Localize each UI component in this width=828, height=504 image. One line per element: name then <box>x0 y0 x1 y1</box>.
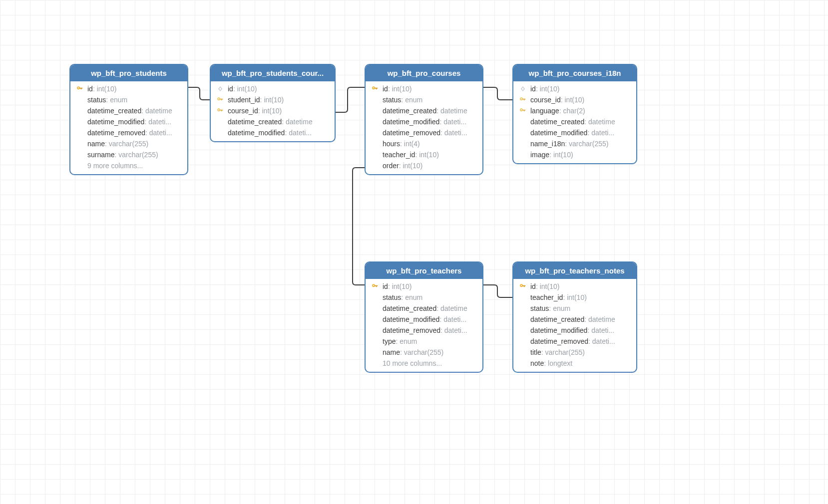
column-row[interactable]: note: longtext <box>513 358 636 369</box>
column-row[interactable]: datetime_created: datetime <box>211 116 335 127</box>
column-row[interactable]: student_id: int(10) <box>211 94 335 105</box>
more-columns-row[interactable]: 9 more columns... <box>70 160 187 171</box>
column-name: datetime_modified <box>383 315 439 323</box>
column-row[interactable]: datetime_modified: dateti... <box>211 127 335 138</box>
column-row[interactable]: datetime_created: datetime <box>513 314 636 325</box>
column-row[interactable]: name: varchar(255) <box>70 138 187 149</box>
column-name: id <box>530 85 536 93</box>
column-name: note <box>530 359 544 367</box>
table-teachers[interactable]: wp_bft_pro_teachers id: int(10)status: e… <box>365 261 483 373</box>
column-type: : dateti... <box>145 129 172 137</box>
column-type: : varchar(255) <box>541 348 585 356</box>
column-row[interactable]: datetime_modified: dateti... <box>70 116 187 127</box>
table-header[interactable]: wp_bft_pro_courses <box>366 65 482 81</box>
column-name: datetime_modified <box>530 326 587 334</box>
column-name: datetime_removed <box>383 129 440 137</box>
key-icon <box>216 96 225 103</box>
table-teachers_notes[interactable]: wp_bft_pro_teachers_notes id: int(10)tea… <box>512 261 637 373</box>
column-row[interactable]: surname: varchar(255) <box>70 149 187 160</box>
table-header[interactable]: wp_bft_pro_teachers_notes <box>513 262 636 279</box>
column-type: : dateti... <box>440 129 467 137</box>
table-courses_i18n[interactable]: wp_bft_pro_courses_i18n id: int(10) cour… <box>512 64 637 164</box>
column-row[interactable]: datetime_modified: dateti... <box>513 127 636 138</box>
column-row[interactable]: status: enum <box>70 94 187 105</box>
key-icon <box>75 85 84 92</box>
column-row[interactable]: datetime_created: datetime <box>70 105 187 116</box>
column-row[interactable]: datetime_removed: dateti... <box>366 127 482 138</box>
column-name: datetime_removed <box>530 337 588 345</box>
column-row[interactable]: name: varchar(255) <box>366 347 482 358</box>
column-row[interactable]: id: int(10) <box>70 83 187 94</box>
column-type: : longtext <box>544 359 572 367</box>
column-name: datetime_modified <box>383 118 439 126</box>
column-row[interactable]: course_id: int(10) <box>513 94 636 105</box>
column-type: : enum <box>401 96 422 104</box>
column-row[interactable]: id: int(10) <box>211 83 335 94</box>
column-type: : enum <box>549 304 570 312</box>
column-name: status <box>383 96 401 104</box>
column-type: : dateti... <box>439 315 466 323</box>
column-row[interactable]: datetime_created: datetime <box>366 105 482 116</box>
column-name: datetime_modified <box>228 129 285 137</box>
key-icon <box>371 283 380 290</box>
column-row[interactable]: teacher_id: int(10) <box>366 149 482 160</box>
table-header[interactable]: wp_bft_pro_courses_i18n <box>513 65 636 81</box>
column-type: : int(4) <box>400 140 420 148</box>
column-name: datetime_created <box>87 107 141 115</box>
column-type: : datetime <box>141 107 172 115</box>
column-name: id <box>228 85 233 93</box>
table-header[interactable]: wp_bft_pro_teachers <box>366 262 482 279</box>
column-type: : enum <box>106 96 127 104</box>
column-row[interactable]: status: enum <box>366 292 482 303</box>
column-row[interactable]: title: varchar(255) <box>513 347 636 358</box>
table-header[interactable]: wp_bft_pro_students <box>70 65 187 81</box>
column-row[interactable]: teacher_id: int(10) <box>513 292 636 303</box>
table-students[interactable]: wp_bft_pro_students id: int(10)status: e… <box>69 64 188 175</box>
key-icon <box>371 85 380 92</box>
column-row[interactable]: language: char(2) <box>513 105 636 116</box>
column-type: : int(10) <box>233 85 257 93</box>
column-row[interactable]: status: enum <box>513 303 636 314</box>
column-row[interactable]: course_id: int(10) <box>211 105 335 116</box>
column-row[interactable]: datetime_created: datetime <box>366 303 482 314</box>
column-row[interactable]: hours: int(4) <box>366 138 482 149</box>
table-rows: id: int(10) course_id: int(10) language:… <box>513 81 636 163</box>
column-row[interactable]: id: int(10) <box>366 281 482 292</box>
column-row[interactable]: id: int(10) <box>513 281 636 292</box>
column-type: : dateti... <box>587 129 614 137</box>
column-row[interactable]: datetime_modified: dateti... <box>366 116 482 127</box>
column-type: : varchar(255) <box>114 151 158 159</box>
column-row[interactable]: datetime_created: datetime <box>513 116 636 127</box>
key-icon <box>518 283 527 290</box>
column-row[interactable]: status: enum <box>366 94 482 105</box>
table-rows: id: int(10)status: enumdatetime_created:… <box>70 81 187 174</box>
column-row[interactable]: datetime_modified: dateti... <box>366 314 482 325</box>
table-students_courses[interactable]: wp_bft_pro_students_cour... id: int(10) … <box>210 64 336 142</box>
table-header[interactable]: wp_bft_pro_students_cour... <box>211 65 335 81</box>
column-row[interactable]: datetime_modified: dateti... <box>513 325 636 336</box>
column-name: course_id <box>530 96 561 104</box>
column-row[interactable]: name_i18n: varchar(255) <box>513 138 636 149</box>
more-columns-row[interactable]: 10 more columns... <box>366 358 482 369</box>
column-name: teacher_id <box>383 151 415 159</box>
column-name: 10 more columns... <box>383 359 442 367</box>
column-type: : int(10) <box>399 162 422 170</box>
table-courses[interactable]: wp_bft_pro_courses id: int(10)status: en… <box>365 64 483 175</box>
column-type: : dateti... <box>285 129 312 137</box>
column-row[interactable]: order: int(10) <box>366 160 482 171</box>
column-row[interactable]: id: int(10) <box>366 83 482 94</box>
column-row[interactable]: datetime_removed: dateti... <box>513 336 636 347</box>
column-name: id <box>383 85 388 93</box>
column-name: language <box>530 107 559 115</box>
column-type: : datetime <box>282 118 312 126</box>
column-type: : char(2) <box>559 107 585 115</box>
column-name: status <box>87 96 106 104</box>
column-row[interactable]: type: enum <box>366 336 482 347</box>
column-type: : dateti... <box>588 337 615 345</box>
column-row[interactable]: datetime_removed: dateti... <box>366 325 482 336</box>
table-rows: id: int(10)status: enumdatetime_created:… <box>366 81 482 174</box>
column-row[interactable]: datetime_removed: dateti... <box>70 127 187 138</box>
column-row[interactable]: image: int(10) <box>513 149 636 160</box>
column-type: : datetime <box>436 304 467 312</box>
column-row[interactable]: id: int(10) <box>513 83 636 94</box>
